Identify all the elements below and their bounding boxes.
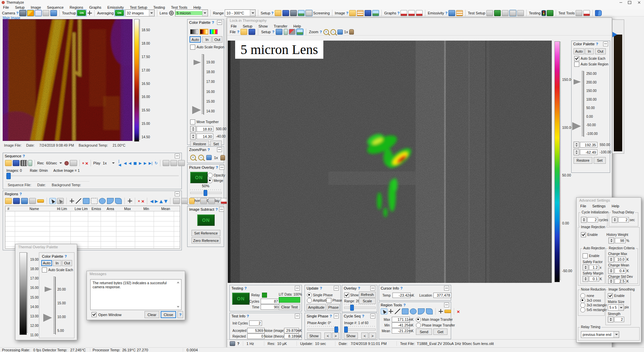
menu-item[interactable]: Test Setup [127, 5, 150, 10]
overlay-range-slider[interactable] [344, 307, 376, 309]
circle-region-icon[interactable] [99, 198, 106, 204]
upper-limit-slider[interactable] [194, 60, 201, 65]
emissivity-help-icon[interactable]: ? [445, 11, 447, 15]
auto-scale-each-checkbox[interactable] [42, 267, 47, 272]
help-icon[interactable]: ? [358, 286, 360, 290]
lower-spinner[interactable] [574, 149, 579, 155]
auto-button[interactable]: Auto [41, 260, 52, 266]
menu-item[interactable]: Emissivity [104, 5, 127, 10]
single-phase-radio[interactable] [307, 293, 312, 298]
menu-item[interactable]: Test Tools [168, 5, 191, 10]
nudge-up-icon[interactable]: ▲ [159, 199, 163, 203]
menu-item[interactable]: File [0, 5, 12, 10]
show-button[interactable]: Show [307, 333, 321, 339]
amplitude-button[interactable]: Amplitude [307, 304, 326, 310]
averaging-combo[interactable]: 32 images [125, 9, 155, 16]
media-button[interactable]: ■ [133, 161, 137, 165]
history-weight-field[interactable]: 98 [615, 238, 626, 243]
lockin-menu-item[interactable]: Help [290, 24, 304, 29]
nr-3x3rect-radio[interactable] [580, 303, 585, 308]
send-button[interactable]: Send [416, 329, 432, 335]
phase-angle-handle[interactable] [334, 326, 338, 333]
averaging-on-badge[interactable]: ON [115, 10, 124, 16]
regions-save-icon[interactable] [13, 198, 20, 204]
in-button[interactable]: In [585, 48, 594, 54]
auto-scale-region-checkbox[interactable] [574, 62, 579, 67]
media-button[interactable]: ▶ [139, 161, 142, 165]
help-icon[interactable]: ? [403, 303, 406, 307]
nudge-right-icon[interactable]: ▶ [155, 199, 158, 203]
image-grid-icon[interactable] [357, 10, 364, 16]
lower-limit-slider[interactable] [572, 122, 581, 130]
strength-spinner[interactable] [608, 316, 613, 322]
media-button[interactable]: ◀ [128, 161, 131, 165]
select-cursor-icon[interactable] [381, 309, 387, 314]
upper-spinner[interactable] [190, 126, 196, 132]
test-setup-board-icon[interactable] [494, 10, 501, 16]
change-std-spinner[interactable] [608, 279, 614, 284]
graphs-help-icon[interactable]: ? [397, 11, 400, 15]
close-button[interactable]: Close [161, 311, 176, 318]
pixel-region-icon[interactable] [438, 309, 443, 314]
test-tools-chart-icon[interactable] [583, 10, 590, 16]
lens-combo[interactable]: 5 micron [175, 9, 208, 16]
set-reference-button[interactable]: Set Reference [192, 230, 220, 236]
image-help-icon[interactable]: ? [346, 11, 348, 15]
lens-gear-icon[interactable] [169, 10, 174, 16]
cycle-init-spinner[interactable] [581, 217, 587, 223]
pan-hand-icon[interactable] [220, 155, 225, 160]
help-icon[interactable]: ? [19, 192, 22, 196]
touchup-target-icon[interactable] [87, 10, 92, 16]
menu-item[interactable]: Graphs [86, 5, 104, 10]
upper-value-field[interactable]: 18.83 [197, 126, 213, 132]
palette-gray-swatch[interactable] [190, 29, 198, 34]
phase-angle-slider[interactable] [307, 329, 339, 331]
help-icon[interactable]: ? [23, 154, 25, 158]
help-icon[interactable]: ? [237, 342, 239, 346]
media-button[interactable]: ▶ [144, 161, 146, 165]
open-window-checkbox[interactable] [92, 312, 97, 317]
scroll-up-icon[interactable] [177, 282, 179, 283]
menu-item[interactable]: Testing [150, 5, 168, 10]
trim-end-icon[interactable] [170, 160, 177, 166]
circle-region-icon[interactable] [410, 308, 417, 314]
trim-start-icon[interactable] [163, 160, 169, 166]
rec-rate-combo[interactable]: 60/sec [45, 160, 63, 166]
lockin-transfer-icon[interactable] [297, 29, 303, 35]
lockin-menu-item[interactable]: Setup [240, 24, 256, 29]
regions-capture-icon[interactable] [21, 198, 28, 204]
rect-region-icon[interactable] [402, 308, 409, 314]
image-subtract-on-button[interactable]: ON [197, 214, 215, 226]
paste-icon[interactable] [189, 198, 195, 204]
sequence-device-icon[interactable] [28, 160, 32, 166]
scale-button[interactable]: Scale [359, 298, 376, 304]
cycle-seq-slider[interactable] [344, 329, 376, 331]
lower-limit-slider[interactable] [43, 314, 52, 322]
menu-item[interactable]: Setup [12, 5, 28, 10]
nr-none-radio[interactable] [580, 293, 585, 298]
media-button[interactable]: ↻ [155, 161, 158, 165]
lockin-camera-icon[interactable] [276, 29, 282, 35]
help-icon[interactable]: ? [247, 314, 249, 318]
main-thermal-image[interactable] [3, 19, 132, 141]
scroll-down-icon[interactable] [177, 306, 179, 308]
picture-overlay-on-button[interactable]: ON [190, 172, 208, 183]
prev-button[interactable]: < [324, 333, 331, 339]
touchup-delay-spinner[interactable] [612, 217, 618, 223]
regions-list-icon[interactable] [29, 198, 36, 204]
overlay-opacity-handle[interactable] [204, 190, 207, 196]
setup-open-icon[interactable] [275, 10, 281, 16]
show-button[interactable]: Show [344, 333, 358, 339]
lockin-open-icon[interactable] [240, 29, 247, 35]
collapse-icon[interactable] [219, 165, 224, 170]
indent-icon[interactable] [200, 198, 207, 204]
setup-screening-icon[interactable] [306, 10, 312, 16]
cut-icon[interactable] [173, 198, 180, 204]
advanced-menu-item[interactable]: Help [608, 204, 622, 208]
overlay-show-checkbox[interactable] [344, 293, 349, 298]
lockin-tools-icon[interactable] [289, 29, 295, 35]
matrix-size-combo[interactable]: 5 x 5 [608, 304, 624, 311]
out-button[interactable]: Out [212, 36, 222, 43]
background-slider-handle[interactable] [612, 32, 617, 37]
lower-spinner[interactable] [190, 133, 196, 140]
